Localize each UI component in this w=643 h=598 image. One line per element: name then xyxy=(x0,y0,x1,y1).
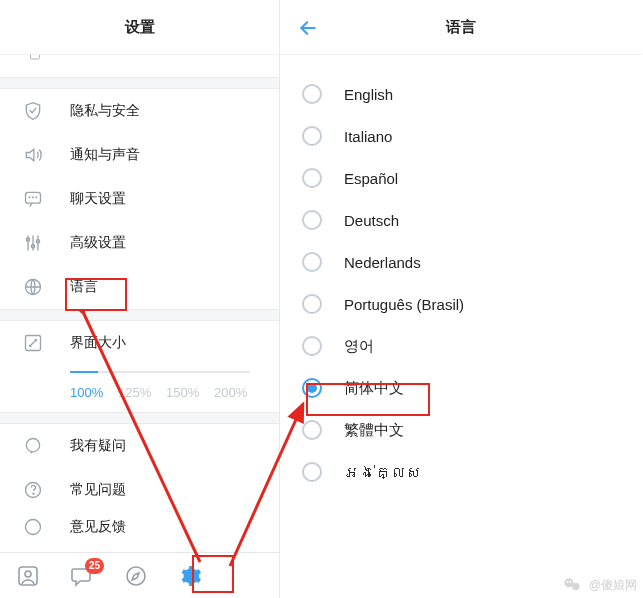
nav-badge: 25 xyxy=(85,558,104,574)
watermark: @傻娘网 xyxy=(561,576,637,594)
svg-point-12 xyxy=(33,493,34,494)
section-divider xyxy=(0,77,279,89)
feedback-icon xyxy=(22,516,44,538)
language-option[interactable]: 繁體中文 xyxy=(280,409,642,451)
language-label: Português (Brasil) xyxy=(344,296,464,313)
language-label: 繁體中文 xyxy=(344,421,404,440)
scale-icon xyxy=(22,332,44,354)
language-option[interactable]: 简体中文 xyxy=(280,367,642,409)
radio-icon xyxy=(302,336,322,356)
language-label: English xyxy=(344,86,393,103)
settings-item-label: 隐私与安全 xyxy=(70,102,140,120)
volume-icon xyxy=(22,144,44,166)
radio-icon xyxy=(302,210,322,230)
settings-title: 设置 xyxy=(125,18,155,37)
settings-item-chat[interactable]: 聊天设置 xyxy=(0,177,279,221)
settings-item-ask[interactable]: 我有疑问 xyxy=(0,424,279,468)
svg-point-15 xyxy=(25,571,31,577)
language-option[interactable]: អង់គ្លេស xyxy=(280,451,642,493)
radio-icon xyxy=(302,126,322,146)
chat-icon xyxy=(22,188,44,210)
language-header: 语言 xyxy=(280,0,642,55)
language-panel: 语言 EnglishItalianoEspañolDeutschNederlan… xyxy=(280,0,642,598)
settings-item-label: 界面大小 xyxy=(70,334,126,352)
settings-item-label: 通知与声音 xyxy=(70,146,140,164)
radio-icon xyxy=(302,252,322,272)
radio-icon xyxy=(302,168,322,188)
bottom-nav: 25 xyxy=(0,552,279,598)
language-title: 语言 xyxy=(446,18,476,37)
language-label: 영어 xyxy=(344,337,374,356)
back-button[interactable] xyxy=(298,18,318,38)
settings-item-label: 聊天设置 xyxy=(70,190,126,208)
settings-item-feedback[interactable]: 意见反馈 xyxy=(0,512,279,542)
svg-rect-0 xyxy=(31,55,40,59)
settings-item-faq[interactable]: 常见问题 xyxy=(0,468,279,512)
shield-icon xyxy=(22,100,44,122)
language-label: អង់គ្លេស xyxy=(344,464,422,481)
settings-item-label: 我有疑问 xyxy=(70,437,126,455)
globe-icon xyxy=(22,276,44,298)
settings-header: 设置 xyxy=(0,0,279,55)
bubble-icon xyxy=(22,435,44,457)
settings-panel: 设置 隐私与安全 通知与声音 聊天设置 xyxy=(0,0,280,598)
radio-icon xyxy=(302,378,322,398)
nav-settings-icon[interactable] xyxy=(178,564,202,588)
language-label: 简体中文 xyxy=(344,379,404,398)
settings-item-label: 常见问题 xyxy=(70,481,126,499)
settings-item-language[interactable]: 语言 xyxy=(0,265,279,309)
settings-list: 隐私与安全 通知与声音 聊天设置 高级设置 语言 xyxy=(0,55,279,552)
settings-item-ui-scale[interactable]: 界面大小 xyxy=(0,321,279,365)
nav-contacts-icon[interactable] xyxy=(16,564,40,588)
svg-point-22 xyxy=(569,581,571,583)
language-list: EnglishItalianoEspañolDeutschNederlandsP… xyxy=(280,55,642,493)
settings-item-advanced[interactable]: 高级设置 xyxy=(0,221,279,265)
radio-icon xyxy=(302,294,322,314)
svg-point-16 xyxy=(127,567,145,585)
language-option[interactable]: Nederlands xyxy=(280,241,642,283)
language-label: Nederlands xyxy=(344,254,421,271)
language-option[interactable]: English xyxy=(280,73,642,115)
nav-chats-icon[interactable]: 25 xyxy=(70,564,94,588)
svg-point-11 xyxy=(26,483,41,498)
sliders-icon xyxy=(22,232,44,254)
nav-explore-icon[interactable] xyxy=(124,564,148,588)
svg-rect-14 xyxy=(19,567,37,585)
settings-item-privacy[interactable]: 隐私与安全 xyxy=(0,89,279,133)
radio-icon xyxy=(302,84,322,104)
language-option[interactable]: Deutsch xyxy=(280,199,642,241)
svg-point-10 xyxy=(26,439,39,452)
settings-item-label: 高级设置 xyxy=(70,234,126,252)
settings-item-label: 语言 xyxy=(70,278,98,296)
language-option[interactable]: Português (Brasil) xyxy=(280,283,642,325)
svg-point-20 xyxy=(572,583,580,591)
svg-point-21 xyxy=(566,581,568,583)
ui-scale-slider[interactable]: 100% 125% 150% 200% xyxy=(0,365,279,412)
radio-icon xyxy=(302,462,322,482)
radio-icon xyxy=(302,420,322,440)
settings-truncated-top xyxy=(0,55,279,77)
info-icon xyxy=(22,479,44,501)
settings-item-notifications[interactable]: 通知与声音 xyxy=(0,133,279,177)
language-option[interactable]: 영어 xyxy=(280,325,642,367)
svg-point-3 xyxy=(33,197,34,198)
settings-item-label: 意见反馈 xyxy=(70,518,126,536)
language-label: Español xyxy=(344,170,398,187)
language-option[interactable]: Español xyxy=(280,157,642,199)
svg-point-4 xyxy=(36,197,37,198)
svg-point-13 xyxy=(26,520,41,535)
svg-point-2 xyxy=(29,197,30,198)
language-label: Deutsch xyxy=(344,212,399,229)
language-option[interactable]: Italiano xyxy=(280,115,642,157)
ui-scale-labels: 100% 125% 150% 200% xyxy=(70,385,279,400)
language-label: Italiano xyxy=(344,128,392,145)
